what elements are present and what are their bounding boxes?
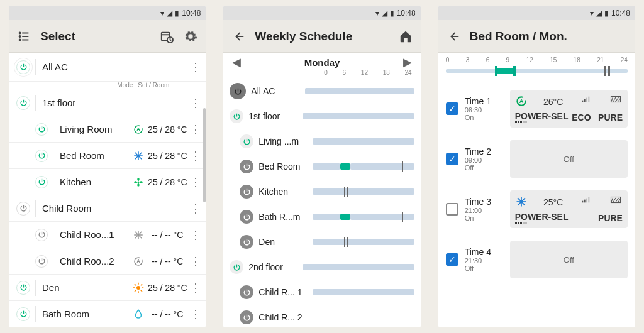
more-icon[interactable]: ⋮	[189, 96, 202, 110]
list-item[interactable]: Child Roo...1 -- / -- °C ⋮	[9, 222, 206, 248]
schedule-row[interactable]: Living ...m	[223, 129, 420, 154]
battery-icon: ▮	[390, 9, 394, 18]
power-toggle[interactable]	[16, 60, 30, 74]
timeline-bar[interactable]	[313, 161, 414, 172]
power-toggle[interactable]	[16, 281, 30, 295]
list-item[interactable]: Kitchen 25 / 28 °C ⋮	[9, 169, 206, 195]
list-item[interactable]: Child Roo...2 A -- / -- °C ⋮	[9, 248, 206, 275]
power-toggle[interactable]	[240, 310, 253, 324]
time-entry: ✓ Time 2 09:00 Off Off	[438, 134, 635, 184]
more-icon[interactable]: ⋮	[189, 254, 202, 268]
device-list[interactable]: All AC ⋮ModeSet / Room 1st floor ⋮ Livin…	[9, 53, 206, 327]
home-icon[interactable]	[398, 29, 413, 44]
power-toggle[interactable]	[16, 202, 30, 216]
svg-point-15	[138, 181, 140, 183]
timeline-bar[interactable]	[313, 287, 414, 297]
power-toggle[interactable]	[230, 83, 246, 99]
timeline-bar[interactable]	[313, 187, 414, 197]
state-box[interactable]: 25°C POWER-SEL PURE	[510, 190, 628, 228]
back-icon[interactable]	[446, 29, 461, 44]
more-icon[interactable]: ⋮	[189, 123, 202, 136]
list-item[interactable]: Child Room ⋮	[9, 195, 206, 222]
timeline-bar[interactable]	[305, 86, 414, 96]
power-toggle[interactable]	[35, 150, 48, 162]
timeline-bar[interactable]	[313, 212, 414, 222]
timeline-bar[interactable]	[303, 111, 414, 121]
power-toggle[interactable]	[230, 109, 243, 123]
timeline-bar[interactable]	[313, 237, 414, 247]
menu-icon[interactable]	[16, 29, 31, 44]
list-item[interactable]: Den 25 / 28 °C ⋮	[9, 275, 206, 301]
more-icon[interactable]: ⋮	[189, 202, 202, 216]
svg-line-54	[618, 199, 621, 202]
schedule-row[interactable]: 1st floor	[223, 104, 420, 129]
schedule-row[interactable]: Child R... 1	[223, 280, 420, 305]
time-checkbox[interactable]: ✓	[446, 153, 458, 165]
more-icon[interactable]: ⋮	[189, 60, 202, 74]
power-toggle[interactable]	[35, 123, 48, 136]
wifi-icon: ▾	[160, 9, 164, 18]
schedule-row[interactable]: Bed Room	[223, 154, 420, 179]
schedule-row[interactable]: Kitchen	[223, 179, 420, 204]
next-day[interactable]: ▶	[403, 55, 412, 69]
timeline-bar[interactable]	[313, 136, 414, 146]
fan-icon	[579, 197, 593, 209]
time-scale: 06121824	[223, 69, 420, 79]
svg-rect-34	[584, 99, 585, 102]
more-icon[interactable]: ⋮	[189, 149, 202, 163]
list-item[interactable]: 1st floor ⋮	[9, 90, 206, 116]
schedule-row[interactable]: 2nd floor	[223, 254, 420, 280]
time-checkbox[interactable]: ✓	[446, 253, 458, 266]
more-icon[interactable]: ⋮	[189, 228, 202, 242]
time-checkbox[interactable]	[446, 203, 458, 216]
gear-icon[interactable]	[183, 29, 198, 44]
more-icon[interactable]: ⋮	[189, 281, 202, 295]
power-toggle[interactable]	[240, 134, 253, 148]
power-toggle[interactable]	[35, 255, 48, 268]
more-icon[interactable]: ⋮	[189, 175, 202, 189]
time-value: 21:30	[465, 257, 504, 265]
row-name: Child R... 1	[258, 287, 313, 297]
app-bar: Weekly Schedule	[223, 20, 420, 53]
svg-line-30	[135, 290, 136, 291]
temp-value: 25°C	[543, 197, 563, 207]
timeline-bar[interactable]	[303, 262, 414, 272]
list-item[interactable]: Bed Room 25 / 28 °C ⋮	[9, 143, 206, 169]
timeline-bar[interactable]	[313, 312, 414, 322]
battery-icon: ▮	[175, 9, 179, 18]
power-toggle[interactable]	[230, 260, 243, 274]
time-state: On	[465, 214, 504, 222]
state-box[interactable]: Off	[510, 241, 628, 278]
svg-text:A: A	[519, 98, 523, 104]
row-name: 2nd floor	[248, 262, 303, 272]
powersel-icon: POWER-SEL	[515, 212, 569, 224]
state-box[interactable]: Off	[510, 140, 628, 178]
back-icon[interactable]	[231, 29, 246, 44]
power-toggle[interactable]	[240, 185, 253, 199]
state-box[interactable]: A 26°C POWER-SEL ECO PURE	[510, 90, 628, 128]
power-toggle[interactable]	[35, 176, 48, 188]
time-checkbox[interactable]: ✓	[446, 102, 458, 115]
mode-icon	[131, 229, 145, 241]
schedule-row[interactable]: Child R... 2	[223, 305, 420, 327]
timeline[interactable]	[446, 63, 628, 79]
power-toggle[interactable]	[240, 285, 253, 299]
calendar-clock-icon[interactable]	[159, 29, 174, 44]
schedule-row[interactable]: All AC	[223, 79, 420, 104]
row-name[interactable]: All AC	[42, 62, 189, 72]
signal-icon: ◢	[167, 9, 172, 18]
scrollbar[interactable]	[203, 108, 206, 202]
prev-day[interactable]: ◀	[232, 55, 241, 69]
schedule-list[interactable]: All AC 1st floor Living ...m Bed Room Ki…	[223, 79, 420, 327]
power-toggle[interactable]	[35, 229, 48, 241]
power-toggle[interactable]	[240, 210, 253, 224]
schedule-row[interactable]: Den	[223, 229, 420, 254]
power-toggle[interactable]	[240, 160, 253, 173]
power-toggle[interactable]	[16, 307, 30, 321]
list-item[interactable]: Bath Room -- / -- °C ⋮	[9, 301, 206, 327]
list-item[interactable]: Living Room A 25 / 28 °C ⋮	[9, 116, 206, 143]
more-icon[interactable]: ⋮	[189, 307, 202, 321]
power-toggle[interactable]	[16, 96, 30, 110]
schedule-row[interactable]: Bath R...m	[223, 204, 420, 229]
power-toggle[interactable]	[240, 235, 253, 249]
